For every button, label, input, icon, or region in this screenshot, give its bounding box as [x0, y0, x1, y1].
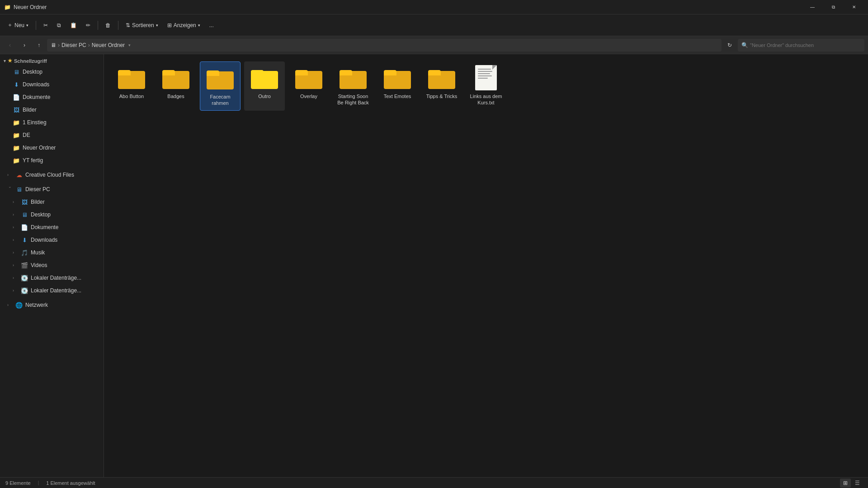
- view-toggle: ⊞ ☰: [840, 479, 863, 488]
- sidebar-item-bilder-pc[interactable]: › 🖼 Bilder: [2, 196, 102, 208]
- search-input[interactable]: [750, 42, 861, 48]
- status-sep: |: [38, 480, 39, 485]
- sidebar-item-downloads-pc[interactable]: › ⬇ Downloads: [2, 234, 102, 246]
- sidebar-item-videos-pc[interactable]: › 🎬 Videos: [2, 259, 102, 272]
- file-item[interactable]: Tipps & Tricks: [421, 61, 462, 111]
- folder-icon-abo: [117, 65, 146, 90]
- toolbar: ＋ Neu ▾ ✂ ⧉ 📋 ✏ 🗑 ⇅ Sortieren ▾ ⊞ Anzeig…: [0, 14, 868, 36]
- nav-forward-button[interactable]: ›: [18, 39, 31, 52]
- toolbar-sep-3: [118, 21, 118, 30]
- view-chevron-icon: ▾: [198, 23, 200, 28]
- new-button[interactable]: ＋ Neu ▾: [4, 18, 32, 33]
- sidebar-item-yt-fertig[interactable]: 📁 YT fertig: [2, 154, 102, 167]
- thispc-expand-icon: ›: [8, 187, 12, 192]
- sidebar-item-thispc[interactable]: › 🖥 Dieser PC: [2, 183, 102, 196]
- music-pc-icon: 🎵: [21, 249, 28, 256]
- bilder-expand-icon: ›: [13, 200, 18, 204]
- new-chevron-icon: ▾: [26, 23, 28, 28]
- sidebar-item-1einstieg[interactable]: 📁 1 Einstieg: [2, 116, 102, 129]
- desktop-pc-icon: 🖥: [21, 211, 28, 218]
- app-icon: 📁: [4, 4, 11, 11]
- address-bar: ‹ › ↑ 🖥 › Dieser PC › Neuer Ordner ▾ ↻ 🔍: [0, 36, 868, 54]
- quick-access-star-icon: ★: [8, 58, 12, 64]
- list-view-button[interactable]: ☰: [852, 479, 863, 488]
- pictures-icon: 🖼: [13, 106, 20, 113]
- sidebar-item-pictures-quick[interactable]: 🖼 Bilder 📌: [2, 103, 102, 116]
- sidebar-item-de[interactable]: 📁 DE: [2, 129, 102, 141]
- folder-icon-outro: [250, 65, 279, 90]
- folder-icon: 📁: [13, 144, 20, 151]
- close-button[interactable]: ✕: [844, 0, 864, 14]
- drive1-icon: 💽: [21, 274, 28, 282]
- breadcrumb-current: Neuer Ordner: [92, 42, 125, 48]
- toolbar-sep-2: [98, 21, 98, 30]
- copy-button[interactable]: ⧉: [53, 18, 65, 33]
- search-bar[interactable]: 🔍: [738, 39, 864, 52]
- file-item[interactable]: Outro: [244, 61, 285, 111]
- minimize-button[interactable]: —: [802, 0, 823, 14]
- cut-icon: ✂: [43, 22, 48, 28]
- download-pc-icon: ⬇: [21, 236, 28, 244]
- file-item[interactable]: Text Emotes: [377, 61, 418, 111]
- sidebar-item-lokaler1[interactable]: › 💽 Lokaler Datenträge...: [2, 272, 102, 284]
- view-button[interactable]: ⊞ Anzeigen ▾: [164, 18, 204, 33]
- video-expand-icon: ›: [13, 263, 18, 267]
- drive2-icon: 💽: [21, 287, 28, 294]
- nav-up-button[interactable]: ↑: [33, 39, 45, 52]
- sort-button[interactable]: ⇅ Sortieren ▾: [122, 18, 162, 33]
- folder-icon-overlay: [294, 65, 323, 90]
- sidebar-item-netzwerk[interactable]: › 🌐 Netzwerk: [2, 299, 102, 311]
- view-icon: ⊞: [167, 22, 172, 28]
- file-grid: Abo Button Badges Facecam rahmen: [111, 61, 861, 111]
- breadcrumb[interactable]: 🖥 › Dieser PC › Neuer Ordner ▾: [47, 39, 722, 52]
- file-item[interactable]: Abo Button: [111, 61, 152, 111]
- nav-back-button[interactable]: ‹: [4, 39, 16, 52]
- grid-view-button[interactable]: ⊞: [840, 479, 851, 488]
- folder-icon-starting: [339, 65, 368, 90]
- restore-button[interactable]: ⧉: [823, 0, 844, 14]
- folder-icon-facecam: [206, 66, 235, 91]
- search-icon: 🔍: [741, 42, 748, 48]
- toolbar-sep-1: [36, 21, 36, 30]
- refresh-button[interactable]: ↻: [723, 39, 736, 52]
- sidebar-item-musik-pc[interactable]: › 🎵 Musik: [2, 246, 102, 259]
- item-count: 9 Elemente: [5, 480, 31, 486]
- network-expand-icon: ›: [7, 303, 13, 307]
- breadcrumb-chevron-icon: ▾: [128, 43, 131, 47]
- delete-button[interactable]: 🗑: [102, 18, 114, 33]
- cut-button[interactable]: ✂: [40, 18, 52, 33]
- status-bar: 9 Elemente | 1 Element ausgewählt ⊞ ☰: [0, 477, 868, 488]
- sidebar-item-lokaler2[interactable]: › 💽 Lokaler Datenträge...: [2, 284, 102, 297]
- sidebar-item-cc[interactable]: › ☁ Creative Cloud Files: [2, 169, 102, 181]
- file-item[interactable]: Overlay: [288, 61, 329, 111]
- sidebar-item-documents-quick[interactable]: 📄 Dokumente 📌: [2, 91, 102, 103]
- sort-icon: ⇅: [126, 22, 130, 28]
- cc-icon: ☁: [15, 171, 23, 178]
- title-bar-controls: — ⧉ ✕: [802, 0, 864, 14]
- sort-chevron-icon: ▾: [156, 23, 158, 28]
- folder-icon: 📁: [13, 119, 20, 126]
- folder-icon-textemotes: [383, 65, 412, 90]
- pc-section: › 🖥 Dieser PC › 🖼 Bilder › 🖥 Desktop › 📄…: [0, 183, 104, 297]
- paste-button[interactable]: 📋: [66, 18, 80, 33]
- quick-access-header[interactable]: ▾ ★ Schnellzugriff: [0, 56, 104, 66]
- download-icon: ⬇: [13, 81, 20, 88]
- sidebar-item-neuer-ordner[interactable]: 📁 Neuer Ordner: [2, 141, 102, 154]
- folder-icon-badges: [161, 65, 190, 90]
- file-item[interactable]: Starting Soon Be Right Back: [333, 61, 373, 111]
- rename-button[interactable]: ✏: [82, 18, 94, 33]
- sidebar-item-dokumente-pc[interactable]: › 📄 Dokumente: [2, 221, 102, 234]
- sidebar-item-downloads-quick[interactable]: ⬇ Downloads 📌: [2, 78, 102, 91]
- lokaler1-expand-icon: ›: [13, 276, 18, 280]
- more-button[interactable]: ...: [206, 18, 217, 33]
- sidebar-item-desktop-quick[interactable]: 🖥 Desktop 📌: [2, 66, 102, 78]
- file-item-selected[interactable]: Facecam rahmen: [200, 61, 241, 111]
- pc-icon: 🖥: [15, 186, 23, 193]
- network-section: › 🌐 Netzwerk: [0, 299, 104, 311]
- folder-icon-tipps: [427, 65, 456, 90]
- sidebar-item-desktop-pc[interactable]: › 🖥 Desktop: [2, 208, 102, 221]
- dl-expand-icon: ›: [13, 238, 18, 242]
- folder-icon: 📁: [13, 157, 20, 164]
- file-item-txt[interactable]: Links aus dem Kurs.txt: [466, 61, 506, 111]
- file-item[interactable]: Badges: [156, 61, 196, 111]
